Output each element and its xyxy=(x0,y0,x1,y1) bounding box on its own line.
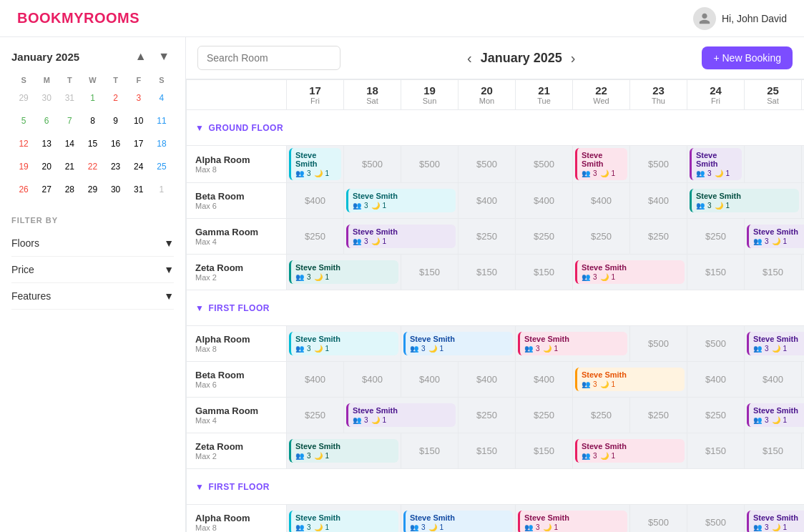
cell-2-0-0[interactable]: Steve Smith 👥 3 🌙 1 xyxy=(287,505,401,533)
new-booking-button[interactable]: + New Booking xyxy=(702,46,793,69)
booking-block[interactable]: Steve Smith 👥 3 🌙 1 xyxy=(575,439,685,463)
prev-month-button[interactable]: ‹ xyxy=(467,50,472,66)
cal-day-1-1[interactable]: 6 xyxy=(36,110,57,132)
cell-0-1-1[interactable]: Steve Smith 👥 3 🌙 1 xyxy=(344,183,459,219)
cell-1-1-9: $400 xyxy=(802,362,805,398)
cal-day-4-1[interactable]: 27 xyxy=(36,179,57,200)
booking-block[interactable]: Steve Smith 👥 3 🌙 1 xyxy=(518,511,627,532)
cal-day-2-2[interactable]: 14 xyxy=(59,133,80,154)
booking-block[interactable]: Steve Smith 👥 3 🌙 1 xyxy=(346,189,456,212)
cal-day-2-4[interactable]: 16 xyxy=(105,133,127,154)
cell-1-3-0[interactable]: Steve Smith 👥 3 🌙 1 xyxy=(287,433,401,469)
guests-icon: 👥 xyxy=(582,452,590,460)
next-month-button[interactable]: › xyxy=(571,50,576,66)
cell-1-2-1[interactable]: Steve Smith 👥 3 🌙 1 xyxy=(344,398,459,433)
cell-1-1-5[interactable]: Steve Smith 👥 3 🌙 1 xyxy=(573,362,687,398)
booking-block[interactable]: Steve Smith 👥 3 🌙 1 xyxy=(575,260,685,284)
booking-name: Steve Smith xyxy=(353,227,451,236)
booking-block[interactable]: Steve Smith 👥 3 🌙 1 xyxy=(403,332,513,355)
booking-block[interactable]: Steve Smith 👥 3 🌙 1 xyxy=(747,403,804,427)
cal-day-4-4[interactable]: 30 xyxy=(105,179,127,200)
cell-1-3-2: $150 xyxy=(401,433,459,469)
cal-day-0-0[interactable]: 29 xyxy=(13,87,34,109)
cal-day-2-3[interactable]: 15 xyxy=(82,133,103,154)
room-row-1-0: Alpha RoomMax 8 Steve Smith 👥 3 🌙 1 Stev… xyxy=(187,326,805,362)
cal-day-1-3[interactable]: 8 xyxy=(82,110,103,132)
cal-day-1-0[interactable]: 5 xyxy=(13,110,34,132)
cal-day-4-5[interactable]: 31 xyxy=(128,179,149,200)
booking-block[interactable]: Steve Smith 👥 3 🌙 1 xyxy=(575,368,685,391)
cal-day-0-5[interactable]: 3 xyxy=(128,87,149,109)
cal-day-1-5[interactable]: 10 xyxy=(128,110,149,132)
cell-1-3-5[interactable]: Steve Smith 👥 3 🌙 1 xyxy=(573,433,687,469)
filter-features[interactable]: Features ▼ xyxy=(11,283,174,310)
cell-2-0-2[interactable]: Steve Smith 👥 3 🌙 1 xyxy=(401,505,516,533)
cal-day-4-3[interactable]: 29 xyxy=(82,179,103,200)
booking-block[interactable]: Steve Smith 👥 3 🌙 1 xyxy=(289,332,398,355)
cell-1-0-2[interactable]: Steve Smith 👥 3 🌙 1 xyxy=(401,326,516,362)
cell-1-0-8[interactable]: Steve Smith 👥 3 🌙 1 xyxy=(745,326,805,362)
cal-day-3-1[interactable]: 20 xyxy=(36,156,57,177)
cal-day-4-2[interactable]: 28 xyxy=(59,179,80,200)
cell-1-2-8[interactable]: Steve Smith 👥 3 🌙 1 xyxy=(745,398,805,433)
search-room-input[interactable] xyxy=(197,46,340,70)
booking-block[interactable]: Steve Smith 👥 3 🌙 1 xyxy=(346,225,456,248)
cell-0-3-5[interactable]: Steve Smith 👥 3 🌙 1 xyxy=(573,255,687,290)
floor-toggle-0[interactable]: ▼ xyxy=(195,123,204,133)
cal-day-3-0[interactable]: 19 xyxy=(13,156,34,177)
cal-day-0-4[interactable]: 2 xyxy=(105,87,127,109)
cell-2-0-8[interactable]: Steve Smith 👥 3 🌙 1 xyxy=(745,505,805,533)
booking-block[interactable]: Steve Smith 👥 3 🌙 1 xyxy=(747,332,804,355)
booking-block[interactable]: Steve Smith 👥 3 🌙 1 xyxy=(518,332,627,355)
cal-day-0-1[interactable]: 30 xyxy=(36,87,57,109)
cal-day-2-1[interactable]: 13 xyxy=(36,133,57,154)
filter-price[interactable]: Price ▼ xyxy=(11,257,174,283)
sidebar-prev-month-button[interactable]: ▲ xyxy=(131,49,151,64)
cell-0-2-8[interactable]: Steve Smith 👥 3 🌙 1 xyxy=(745,219,805,255)
floor-toggle-2[interactable]: ▼ xyxy=(195,482,204,492)
room-label-0-0: Alpha RoomMax 8 xyxy=(187,146,287,183)
cell-1-0-4[interactable]: Steve Smith 👥 3 🌙 1 xyxy=(516,326,630,362)
filter-floors[interactable]: Floors ▼ xyxy=(11,230,174,257)
cell-0-2-1[interactable]: Steve Smith 👥 3 🌙 1 xyxy=(344,219,459,255)
cal-day-4-6[interactable]: 1 xyxy=(151,179,172,200)
booking-block[interactable]: Steve Smith 👥 3 🌙 1 xyxy=(690,148,742,180)
cal-day-2-6[interactable]: 18 xyxy=(151,133,172,154)
cal-day-2-5[interactable]: 17 xyxy=(128,133,149,154)
booking-block[interactable]: Steve Smith 👥 3 🌙 1 xyxy=(346,403,456,427)
booking-block[interactable]: Steve Smith 👥 3 🌙 1 xyxy=(289,260,398,284)
cell-0-0-7[interactable]: Steve Smith 👥 3 🌙 1 xyxy=(687,146,745,183)
booking-block[interactable]: Steve Smith 👥 3 🌙 1 xyxy=(289,148,341,180)
cal-day-0-2[interactable]: 31 xyxy=(59,87,80,109)
booking-block[interactable]: Steve Smith 👥 3 🌙 1 xyxy=(403,511,513,532)
booking-block[interactable]: Steve Smith 👥 3 🌙 1 xyxy=(747,511,804,532)
cell-0-0-5[interactable]: Steve Smith 👥 3 🌙 1 xyxy=(573,146,630,183)
booking-name: Steve Smith xyxy=(582,442,680,450)
moon-icon: 🌙 xyxy=(371,416,380,424)
cal-day-1-4[interactable]: 9 xyxy=(105,110,127,132)
booking-block[interactable]: Steve Smith 👥 3 🌙 1 xyxy=(747,225,804,248)
cal-day-0-3[interactable]: 1 xyxy=(82,87,103,109)
moon-icon: 🌙 xyxy=(715,202,723,210)
booking-block[interactable]: Steve Smith 👥 3 🌙 1 xyxy=(690,189,799,212)
cell-1-0-0[interactable]: Steve Smith 👥 3 🌙 1 xyxy=(287,326,401,362)
cal-day-3-3[interactable]: 22 xyxy=(82,156,103,177)
cal-day-3-4[interactable]: 23 xyxy=(105,156,127,177)
cell-2-0-4[interactable]: Steve Smith 👥 3 🌙 1 xyxy=(516,505,630,533)
cal-day-1-2[interactable]: 7 xyxy=(59,110,80,132)
cal-day-2-0[interactable]: 12 xyxy=(13,133,34,154)
cal-day-4-0[interactable]: 26 xyxy=(13,179,34,200)
cell-0-1-7[interactable]: Steve Smith 👥 3 🌙 1 xyxy=(687,183,802,219)
booking-block[interactable]: Steve Smith 👥 3 🌙 1 xyxy=(575,148,627,180)
cal-day-3-2[interactable]: 21 xyxy=(59,156,80,177)
cal-day-3-6[interactable]: 25 xyxy=(151,156,172,177)
cell-0-0-0[interactable]: Steve Smith 👥 3 🌙 1 xyxy=(287,146,344,183)
sidebar-next-month-button[interactable]: ▼ xyxy=(154,49,174,64)
cal-day-0-6[interactable]: 4 xyxy=(151,87,172,109)
cal-day-3-5[interactable]: 24 xyxy=(128,156,149,177)
cal-day-1-6[interactable]: 11 xyxy=(151,110,172,132)
booking-block[interactable]: Steve Smith 👥 3 🌙 1 xyxy=(289,439,398,463)
booking-block[interactable]: Steve Smith 👥 3 🌙 1 xyxy=(289,511,398,532)
floor-toggle-1[interactable]: ▼ xyxy=(195,303,204,313)
cell-0-3-0[interactable]: Steve Smith 👥 3 🌙 1 xyxy=(287,255,401,290)
